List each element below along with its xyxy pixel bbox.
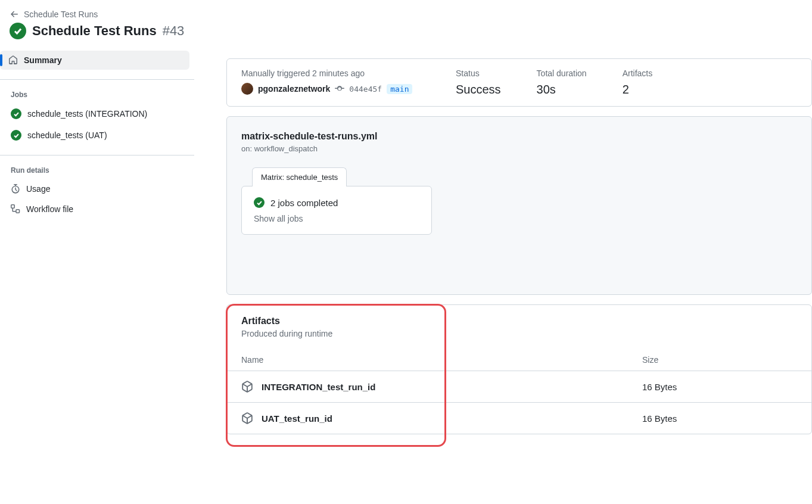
sidebar-item-label: schedule_tests (INTEGRATION) <box>27 109 147 119</box>
duration-value: 30s <box>537 83 587 97</box>
sidebar: Summary Jobs schedule_tests (INTEGRATION… <box>0 49 194 449</box>
sidebar-item-summary[interactable]: Summary <box>0 51 189 70</box>
actor-link[interactable]: pgonzaleznetwork <box>258 84 330 94</box>
artifacts-col-size: Size <box>642 355 797 365</box>
sidebar-item-workflow-file[interactable]: Workflow file <box>0 200 189 219</box>
trigger-text: Manually triggered 2 minutes ago <box>241 69 420 78</box>
workflow-graph-card: matrix-schedule-test-runs.yml on: workfl… <box>226 116 812 295</box>
home-icon <box>8 55 18 65</box>
sidebar-job-integration[interactable]: schedule_tests (INTEGRATION) <box>0 104 189 124</box>
branch-badge[interactable]: main <box>387 84 412 94</box>
matrix-card[interactable]: 2 jobs completed Show all jobs <box>241 186 432 235</box>
sidebar-item-label: Summary <box>24 55 62 65</box>
run-header: Schedule Test Runs Schedule Test Runs #4… <box>0 0 812 49</box>
artifact-size: 16 Bytes <box>642 382 797 392</box>
run-summary-card: Manually triggered 2 minutes ago pgonzal… <box>226 58 812 107</box>
show-all-jobs-link[interactable]: Show all jobs <box>254 214 419 223</box>
artifacts-count-label: Artifacts <box>623 69 653 78</box>
artifacts-card: Artifacts Produced during runtime Name S… <box>226 304 812 434</box>
status-label: Status <box>456 69 501 78</box>
sidebar-item-label: Workflow file <box>26 204 73 214</box>
success-icon <box>10 23 26 39</box>
artifact-size: 16 Bytes <box>642 413 797 424</box>
run-details-heading: Run details <box>0 161 194 178</box>
sidebar-item-label: Usage <box>26 184 50 194</box>
duration-label: Total duration <box>537 69 587 78</box>
sidebar-item-label: schedule_tests (UAT) <box>27 130 107 140</box>
workflow-filename: matrix-schedule-test-runs.yml <box>241 131 797 142</box>
run-number: #43 <box>163 23 185 39</box>
artifact-name: INTEGRATION_test_run_id <box>262 382 375 392</box>
workflow-file-icon <box>11 204 20 214</box>
artifacts-count-value[interactable]: 2 <box>623 83 653 97</box>
artifact-row[interactable]: UAT_test_run_id 16 Bytes <box>227 402 811 434</box>
page-title: Schedule Test Runs <box>32 23 157 39</box>
commit-sha-link[interactable]: 044e45f <box>349 85 382 94</box>
success-icon <box>11 108 21 119</box>
artifacts-title: Artifacts <box>241 316 797 326</box>
artifacts-col-name: Name <box>241 355 642 365</box>
sidebar-job-uat[interactable]: schedule_tests (UAT) <box>0 125 189 145</box>
workflow-trigger: on: workflow_dispatch <box>241 144 797 153</box>
breadcrumb: Schedule Test Runs <box>10 10 802 19</box>
status-value: Success <box>456 83 501 97</box>
avatar[interactable] <box>241 83 253 95</box>
main-content: Manually triggered 2 minutes ago pgonzal… <box>194 49 812 449</box>
artifact-row[interactable]: INTEGRATION_test_run_id 16 Bytes <box>227 371 811 402</box>
package-icon <box>241 412 253 424</box>
success-icon <box>11 130 21 141</box>
stopwatch-icon <box>11 184 20 194</box>
matrix-status-text: 2 jobs completed <box>270 198 338 208</box>
success-icon <box>254 197 265 208</box>
artifacts-subtitle: Produced during runtime <box>241 329 797 338</box>
matrix-tab[interactable]: Matrix: schedule_tests <box>252 167 347 186</box>
back-arrow-icon[interactable] <box>10 10 19 19</box>
jobs-heading: Jobs <box>0 86 194 102</box>
breadcrumb-parent-link[interactable]: Schedule Test Runs <box>24 10 98 19</box>
sidebar-item-usage[interactable]: Usage <box>0 179 189 198</box>
commit-icon <box>335 84 344 94</box>
artifact-name: UAT_test_run_id <box>262 413 332 424</box>
package-icon <box>241 381 253 393</box>
